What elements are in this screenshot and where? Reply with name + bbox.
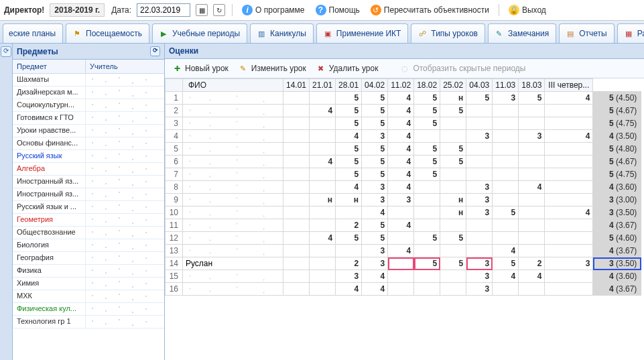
grade-row[interactable]: 104н3543 (3.50)	[166, 206, 641, 219]
mark-cell[interactable]: 3	[362, 181, 388, 194]
mark-cell[interactable]: 4	[362, 206, 388, 219]
mark-cell[interactable]: 4	[519, 181, 545, 194]
mark-cell[interactable]: 5	[440, 232, 466, 245]
mark-cell[interactable]: 3	[466, 194, 493, 206]
mark-cell[interactable]	[545, 105, 593, 117]
mark-cell[interactable]	[388, 257, 414, 270]
mark-cell[interactable]	[545, 270, 593, 283]
mark-cell[interactable]	[310, 143, 336, 156]
mark-cell[interactable]: 5	[414, 143, 440, 156]
mark-cell[interactable]: 5	[440, 257, 466, 270]
mark-cell[interactable]	[440, 219, 466, 232]
mark-cell[interactable]: 3	[466, 181, 493, 194]
mark-cell[interactable]: 3	[362, 257, 388, 270]
mark-cell[interactable]: 5	[336, 232, 362, 245]
mark-cell[interactable]	[440, 168, 466, 181]
mark-cell[interactable]	[440, 117, 466, 130]
mark-cell[interactable]: 5	[440, 143, 466, 156]
mark-cell[interactable]: 5	[362, 232, 388, 245]
mark-cell[interactable]: 5	[336, 117, 362, 130]
mark-cell[interactable]	[493, 156, 519, 168]
mark-cell[interactable]	[545, 143, 593, 156]
subject-row[interactable]: Шахматы	[13, 74, 164, 86]
mark-cell[interactable]: 5	[336, 143, 362, 156]
mark-cell[interactable]	[519, 194, 545, 206]
mark-cell[interactable]	[493, 143, 519, 156]
mark-cell[interactable]: 4	[310, 156, 336, 168]
mark-cell[interactable]	[466, 168, 493, 181]
mark-cell[interactable]: 3	[493, 92, 519, 105]
mark-cell[interactable]: н	[310, 194, 336, 206]
help-button[interactable]: ? Помощь	[313, 3, 363, 17]
grade-row[interactable]: 133444 (3.67)	[166, 245, 641, 257]
mark-cell[interactable]: 5	[519, 92, 545, 105]
about-button[interactable]: i О программе	[239, 3, 307, 17]
mark-cell[interactable]	[310, 283, 336, 296]
mark-cell[interactable]: 3	[466, 257, 493, 270]
subject-row[interactable]: МХК	[13, 290, 164, 303]
mark-cell[interactable]	[466, 105, 493, 117]
mark-cell[interactable]: 5	[362, 92, 388, 105]
subject-row[interactable]: Геометрия	[13, 214, 164, 227]
mark-cell[interactable]: 3	[362, 130, 388, 143]
mark-cell[interactable]	[466, 143, 493, 156]
mark-cell[interactable]	[283, 219, 310, 232]
exit-button[interactable]: 🔒 Выход	[506, 3, 549, 17]
mark-cell[interactable]	[283, 117, 310, 130]
mark-cell[interactable]: 3	[336, 270, 362, 283]
mark-cell[interactable]: 3	[362, 194, 388, 206]
subject-row[interactable]: Готовимся к ГТО	[13, 112, 164, 125]
mark-cell[interactable]: 4	[362, 283, 388, 296]
mark-cell[interactable]	[493, 194, 519, 206]
mark-cell[interactable]: 4	[388, 181, 414, 194]
mark-cell[interactable]	[545, 245, 593, 257]
mark-cell[interactable]	[310, 245, 336, 257]
subject-row[interactable]: Технология гр 1	[13, 316, 164, 328]
mark-cell[interactable]	[545, 168, 593, 181]
mark-cell[interactable]	[336, 206, 362, 219]
mark-cell[interactable]: 5	[362, 117, 388, 130]
mark-cell[interactable]	[283, 92, 310, 105]
subject-row[interactable]: Дизайнерская м...	[13, 86, 164, 99]
mark-cell[interactable]	[283, 156, 310, 168]
grade-row[interactable]: 15545н53545 (4.50)	[166, 92, 641, 105]
mark-cell[interactable]	[388, 270, 414, 283]
mark-cell[interactable]: 3	[519, 130, 545, 143]
mark-cell[interactable]	[519, 117, 545, 130]
subject-row[interactable]: Алгебра	[13, 163, 164, 176]
mark-cell[interactable]	[283, 105, 310, 117]
mark-cell[interactable]	[414, 194, 440, 206]
mark-cell[interactable]: 5	[440, 105, 466, 117]
show-hidden-periods-button[interactable]: ◌ Отобразить скрытые периоды	[397, 62, 528, 75]
mark-cell[interactable]: н	[440, 206, 466, 219]
subject-row[interactable]: География	[13, 252, 164, 265]
mark-cell[interactable]: 5	[336, 156, 362, 168]
mark-cell[interactable]	[440, 130, 466, 143]
refresh-icon[interactable]: ⟳	[150, 46, 160, 56]
mark-cell[interactable]: 3	[545, 257, 593, 270]
mark-cell[interactable]: 4	[336, 130, 362, 143]
mark-cell[interactable]	[388, 283, 414, 296]
delete-lesson-button[interactable]: ✖ Удалить урок	[313, 62, 381, 75]
mark-cell[interactable]: 5	[466, 92, 493, 105]
tab-attendance[interactable]: ⚑ Посещаемость	[66, 23, 149, 43]
mark-cell[interactable]: 4	[545, 206, 593, 219]
mark-cell[interactable]	[283, 130, 310, 143]
mark-cell[interactable]: 2	[336, 219, 362, 232]
mark-cell[interactable]	[414, 270, 440, 283]
grade-row[interactable]: 9нн33н33 (3.00)	[166, 194, 641, 206]
mark-cell[interactable]: 4	[388, 245, 414, 257]
grade-row[interactable]: 44343344 (3.50)	[166, 130, 641, 143]
mark-cell[interactable]: 4	[388, 130, 414, 143]
mark-cell[interactable]: 5	[336, 92, 362, 105]
grade-row[interactable]: 24554555 (4.67)	[166, 105, 641, 117]
mark-cell[interactable]	[440, 181, 466, 194]
mark-cell[interactable]	[310, 92, 336, 105]
mark-cell[interactable]	[519, 206, 545, 219]
mark-cell[interactable]: 5	[362, 143, 388, 156]
date-input[interactable]	[137, 3, 190, 17]
mark-cell[interactable]: 4	[336, 283, 362, 296]
mark-cell[interactable]: н	[440, 194, 466, 206]
mark-cell[interactable]	[283, 194, 310, 206]
grade-row[interactable]: 755455 (4.75)	[166, 168, 641, 181]
